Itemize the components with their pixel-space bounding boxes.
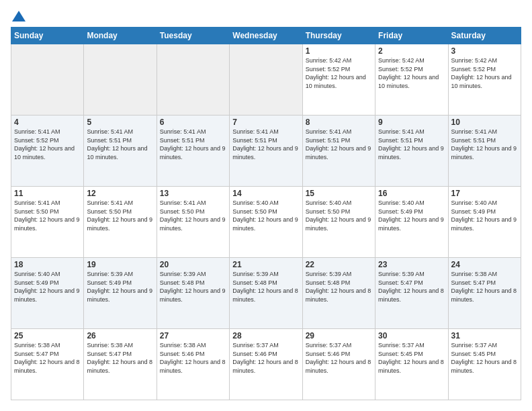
day-number: 24 <box>451 260 518 269</box>
day-info: Sunrise: 5:41 AM Sunset: 5:51 PM Dayligh… <box>451 128 518 161</box>
calendar-cell: 6Sunrise: 5:41 AM Sunset: 5:51 PM Daylig… <box>157 116 229 187</box>
calendar-week-row: 4Sunrise: 5:41 AM Sunset: 5:52 PM Daylig… <box>11 116 521 187</box>
day-number: 7 <box>232 118 299 127</box>
calendar-week-row: 25Sunrise: 5:38 AM Sunset: 5:47 PM Dayli… <box>11 329 521 400</box>
header <box>11 11 521 20</box>
day-info: Sunrise: 5:37 AM Sunset: 5:45 PM Dayligh… <box>378 341 445 375</box>
day-number: 5 <box>87 118 153 127</box>
day-number: 18 <box>14 260 81 269</box>
calendar-cell: 28Sunrise: 5:37 AM Sunset: 5:46 PM Dayli… <box>230 329 302 400</box>
day-info: Sunrise: 5:38 AM Sunset: 5:46 PM Dayligh… <box>160 341 226 375</box>
calendar-header-row: SundayMondayTuesdayWednesdayThursdayFrid… <box>11 28 521 44</box>
day-info: Sunrise: 5:38 AM Sunset: 5:47 PM Dayligh… <box>14 341 81 375</box>
day-info: Sunrise: 5:41 AM Sunset: 5:51 PM Dayligh… <box>306 128 372 161</box>
day-info: Sunrise: 5:39 AM Sunset: 5:48 PM Dayligh… <box>306 270 372 304</box>
day-number: 22 <box>306 260 372 269</box>
day-number: 10 <box>451 118 518 127</box>
day-info: Sunrise: 5:38 AM Sunset: 5:47 PM Dayligh… <box>451 270 518 304</box>
day-number: 15 <box>306 189 372 198</box>
calendar-cell: 7Sunrise: 5:41 AM Sunset: 5:51 PM Daylig… <box>230 116 302 187</box>
calendar-week-row: 1Sunrise: 5:42 AM Sunset: 5:52 PM Daylig… <box>11 44 521 116</box>
calendar-header-friday: Friday <box>375 28 448 44</box>
day-info: Sunrise: 5:41 AM Sunset: 5:51 PM Dayligh… <box>160 128 226 161</box>
day-info: Sunrise: 5:40 AM Sunset: 5:49 PM Dayligh… <box>14 270 81 304</box>
day-number: 11 <box>14 189 81 198</box>
day-number: 20 <box>160 260 226 269</box>
day-info: Sunrise: 5:41 AM Sunset: 5:50 PM Dayligh… <box>87 199 153 232</box>
calendar-cell: 3Sunrise: 5:42 AM Sunset: 5:52 PM Daylig… <box>448 44 521 116</box>
day-info: Sunrise: 5:41 AM Sunset: 5:51 PM Dayligh… <box>378 128 445 161</box>
day-info: Sunrise: 5:40 AM Sunset: 5:50 PM Dayligh… <box>306 199 372 232</box>
calendar-cell: 15Sunrise: 5:40 AM Sunset: 5:50 PM Dayli… <box>302 187 375 258</box>
day-info: Sunrise: 5:42 AM Sunset: 5:52 PM Dayligh… <box>378 56 445 90</box>
logo-triangle-icon <box>12 11 26 21</box>
page: SundayMondayTuesdayWednesdayThursdayFrid… <box>0 0 532 411</box>
calendar-header-monday: Monday <box>84 28 157 44</box>
calendar-cell: 1Sunrise: 5:42 AM Sunset: 5:52 PM Daylig… <box>302 44 375 116</box>
day-number: 13 <box>160 189 226 198</box>
day-number: 16 <box>378 189 445 198</box>
day-number: 2 <box>378 46 445 56</box>
calendar-cell: 2Sunrise: 5:42 AM Sunset: 5:52 PM Daylig… <box>375 44 448 116</box>
calendar-cell <box>84 44 157 116</box>
calendar-week-row: 11Sunrise: 5:41 AM Sunset: 5:50 PM Dayli… <box>11 187 521 258</box>
day-number: 1 <box>306 46 372 56</box>
day-number: 12 <box>87 189 153 198</box>
day-number: 30 <box>378 331 445 340</box>
calendar-cell: 29Sunrise: 5:37 AM Sunset: 5:46 PM Dayli… <box>302 329 375 400</box>
day-number: 17 <box>451 189 518 198</box>
day-number: 27 <box>160 331 226 340</box>
day-number: 3 <box>451 46 518 56</box>
calendar-cell <box>11 44 84 116</box>
day-info: Sunrise: 5:37 AM Sunset: 5:46 PM Dayligh… <box>306 341 372 375</box>
calendar-cell: 17Sunrise: 5:40 AM Sunset: 5:49 PM Dayli… <box>448 187 521 258</box>
day-info: Sunrise: 5:41 AM Sunset: 5:51 PM Dayligh… <box>232 128 299 161</box>
calendar-cell: 8Sunrise: 5:41 AM Sunset: 5:51 PM Daylig… <box>302 116 375 187</box>
day-number: 28 <box>232 331 299 340</box>
day-info: Sunrise: 5:39 AM Sunset: 5:48 PM Dayligh… <box>160 270 226 304</box>
calendar-cell: 4Sunrise: 5:41 AM Sunset: 5:52 PM Daylig… <box>11 116 84 187</box>
day-number: 25 <box>14 331 81 340</box>
calendar-cell: 10Sunrise: 5:41 AM Sunset: 5:51 PM Dayli… <box>448 116 521 187</box>
calendar-header-saturday: Saturday <box>448 28 521 44</box>
calendar-cell: 30Sunrise: 5:37 AM Sunset: 5:45 PM Dayli… <box>375 329 448 400</box>
day-number: 9 <box>378 118 445 127</box>
calendar-cell: 24Sunrise: 5:38 AM Sunset: 5:47 PM Dayli… <box>448 258 521 329</box>
calendar-cell <box>230 44 302 116</box>
day-number: 19 <box>87 260 153 269</box>
calendar-cell: 14Sunrise: 5:40 AM Sunset: 5:50 PM Dayli… <box>230 187 302 258</box>
day-info: Sunrise: 5:37 AM Sunset: 5:45 PM Dayligh… <box>451 341 518 375</box>
day-number: 23 <box>378 260 445 269</box>
calendar-cell: 21Sunrise: 5:39 AM Sunset: 5:48 PM Dayli… <box>230 258 302 329</box>
calendar-week-row: 18Sunrise: 5:40 AM Sunset: 5:49 PM Dayli… <box>11 258 521 329</box>
calendar-table: SundayMondayTuesdayWednesdayThursdayFrid… <box>11 27 521 400</box>
calendar-header-wednesday: Wednesday <box>230 28 302 44</box>
calendar-cell: 23Sunrise: 5:39 AM Sunset: 5:47 PM Dayli… <box>375 258 448 329</box>
calendar-cell: 20Sunrise: 5:39 AM Sunset: 5:48 PM Dayli… <box>157 258 229 329</box>
calendar-cell: 27Sunrise: 5:38 AM Sunset: 5:46 PM Dayli… <box>157 329 229 400</box>
calendar-cell: 22Sunrise: 5:39 AM Sunset: 5:48 PM Dayli… <box>302 258 375 329</box>
logo-text <box>11 11 26 23</box>
day-number: 8 <box>306 118 372 127</box>
day-info: Sunrise: 5:38 AM Sunset: 5:47 PM Dayligh… <box>87 341 153 375</box>
day-info: Sunrise: 5:41 AM Sunset: 5:52 PM Dayligh… <box>14 128 81 161</box>
calendar-cell: 5Sunrise: 5:41 AM Sunset: 5:51 PM Daylig… <box>84 116 157 187</box>
day-info: Sunrise: 5:39 AM Sunset: 5:48 PM Dayligh… <box>232 270 299 304</box>
day-info: Sunrise: 5:40 AM Sunset: 5:50 PM Dayligh… <box>232 199 299 232</box>
calendar-cell: 25Sunrise: 5:38 AM Sunset: 5:47 PM Dayli… <box>11 329 84 400</box>
day-number: 14 <box>232 189 299 198</box>
calendar-cell <box>157 44 229 116</box>
calendar-cell: 18Sunrise: 5:40 AM Sunset: 5:49 PM Dayli… <box>11 258 84 329</box>
day-info: Sunrise: 5:37 AM Sunset: 5:46 PM Dayligh… <box>232 341 299 375</box>
day-info: Sunrise: 5:39 AM Sunset: 5:49 PM Dayligh… <box>87 270 153 304</box>
calendar-cell: 31Sunrise: 5:37 AM Sunset: 5:45 PM Dayli… <box>448 329 521 400</box>
day-info: Sunrise: 5:40 AM Sunset: 5:49 PM Dayligh… <box>451 199 518 232</box>
calendar-cell: 16Sunrise: 5:40 AM Sunset: 5:49 PM Dayli… <box>375 187 448 258</box>
calendar-cell: 26Sunrise: 5:38 AM Sunset: 5:47 PM Dayli… <box>84 329 157 400</box>
day-number: 31 <box>451 331 518 340</box>
day-info: Sunrise: 5:42 AM Sunset: 5:52 PM Dayligh… <box>451 56 518 90</box>
day-info: Sunrise: 5:41 AM Sunset: 5:50 PM Dayligh… <box>14 199 81 232</box>
day-info: Sunrise: 5:42 AM Sunset: 5:52 PM Dayligh… <box>306 56 372 90</box>
calendar-cell: 11Sunrise: 5:41 AM Sunset: 5:50 PM Dayli… <box>11 187 84 258</box>
day-number: 6 <box>160 118 226 127</box>
